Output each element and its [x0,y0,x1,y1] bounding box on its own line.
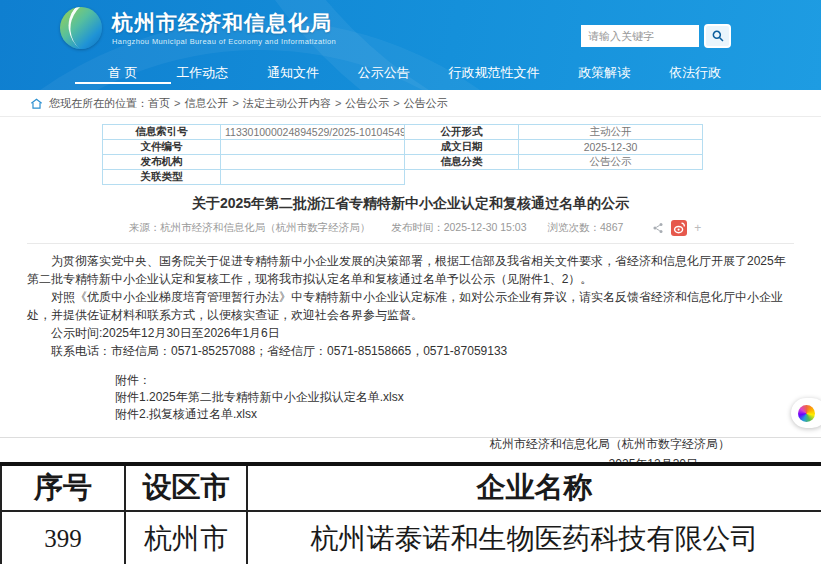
info-row: 文件编号 成文日期 2025-12-30 [103,140,703,155]
info-value [221,155,405,170]
breadcrumb-separator: > [232,97,238,109]
article-body: 为贯彻落实党中央、国务院关于促进专精特新中小企业发展的决策部署，根据工信部及我省… [27,252,794,360]
site-brand[interactable]: 杭州市经济和信息化局 Hangzhou Municipal Bureau of … [60,7,336,49]
column-header-company: 企业名称 [247,464,821,511]
nav-item-announcements[interactable]: 公示公告 [358,55,410,90]
breadcrumb-separator: > [335,97,341,109]
search-box [581,24,731,48]
attachments-heading: 附件： [115,372,794,389]
floating-assistant-button[interactable] [791,398,821,428]
brand-text: 杭州市经济和信息化局 Hangzhou Municipal Bureau of … [112,11,336,46]
breadcrumb-separator: > [174,97,180,109]
breadcrumb-separator: > [393,97,399,109]
page: 杭州市经济和信息化局 Hangzhou Municipal Bureau of … [0,0,821,564]
site-header: 杭州市经济和信息化局 Hangzhou Municipal Bureau of … [0,0,821,90]
info-row: 信息索引号 113301000024894529/2025-1010454942… [103,125,703,140]
column-header-city: 设区市 [125,464,247,511]
article-paragraph-contact: 联系电话：市经信局：0571-85257088；省经信厅：0571-851586… [27,342,794,360]
info-empty-cell [405,170,703,185]
share-icon[interactable] [652,222,664,234]
nav-item-work-news[interactable]: 工作动态 [176,55,228,90]
weibo-share-icon[interactable] [671,220,687,236]
article-meta: 来源：杭州市经济和信息化局（杭州市数字经济局） 发布时间：2025-12-30 … [27,220,794,236]
page-title: 关于2025年第二批浙江省专精特新中小企业认定和复核通过名单的公示 [27,195,794,213]
main-nav: 首 页 工作动态 通知文件 公示公告 行政规范性文件 政策解读 依法行政 [0,55,821,90]
nav-item-home[interactable]: 首 页 [108,55,138,90]
info-row: 发布机构 信息分类 公告公示 [103,155,703,170]
article-publish-time: 发布时间：2025-12-30 15:03 [391,221,526,233]
search-icon [711,29,725,43]
breadcrumb-notices-current[interactable]: 公告公示 [404,96,448,111]
cell-company: 杭州诺泰诺和生物医药科技有限公司 [247,511,821,564]
nav-item-policy-interpretation[interactable]: 政策解读 [578,55,630,90]
breadcrumb-home[interactable]: 首页 [148,96,170,111]
issuing-authority: 杭州市经济和信息化局（杭州市数字经济局） [27,436,794,453]
search-input[interactable] [581,25,699,47]
article-paragraph: 对照《优质中小企业梯度培育管理暂行办法》中专精特新中小企业认定标准，如对公示企业… [27,288,794,324]
nav-item-notices[interactable]: 通知文件 [267,55,319,90]
site-subtitle: Hangzhou Municipal Bureau of Economy and… [112,37,336,46]
nav-item-law-admin[interactable]: 依法行政 [669,55,721,90]
site-logo-icon [60,7,102,49]
column-header-no: 序号 [1,464,125,511]
breadcrumb-notices[interactable]: 公告公示 [345,96,389,111]
meta-divider [27,243,794,244]
info-label: 公开形式 [405,125,519,140]
table-row: 399 杭州市 杭州诺泰诺和生物医药科技有限公司 [1,511,821,564]
info-value: 公告公示 [519,155,703,170]
header-top: 杭州市经济和信息化局 Hangzhou Municipal Bureau of … [0,0,821,55]
article-paragraph: 为贯彻落实党中央、国务院关于促进专精特新中小企业发展的决策部署，根据工信部及我省… [27,252,794,288]
info-value: 主动公开 [519,125,703,140]
document-area: 信息索引号 113301000024894529/2025-1010454942… [0,117,821,438]
document-info-table: 信息索引号 113301000024894529/2025-1010454942… [102,124,703,185]
breadcrumb-info-disclosure[interactable]: 信息公开 [184,96,228,111]
breadcrumb: 您现在所在的位置： 首页 > 信息公开 > 法定主动公开内容 > 公告公示 > … [0,90,821,117]
article-view-count: 浏览次数：4867 [547,221,623,233]
attachment-link-1[interactable]: 附件1.2025年第二批专精特新中小企业拟认定名单.xlsx [115,389,794,406]
info-label: 关联类型 [103,170,221,185]
search-button[interactable] [704,24,731,48]
attachments-section: 附件： 附件1.2025年第二批专精特新中小企业拟认定名单.xlsx 附件2.拟… [115,372,794,423]
breadcrumb-statutory-content[interactable]: 法定主动公开内容 [243,96,331,111]
info-value [221,140,405,155]
attachment-table-preview: 序号 设区市 企业名称 399 杭州市 杭州诺泰诺和生物医药科技有限公司 [0,462,821,564]
home-icon [30,97,43,110]
more-share-icon[interactable]: + [694,221,701,235]
attachment-link-2[interactable]: 附件2.拟复核通过名单.xlsx [115,406,794,423]
site-title: 杭州市经济和信息化局 [112,11,336,35]
cell-city: 杭州市 [125,511,247,564]
info-value: 2025-12-30 [519,140,703,155]
info-label: 文件编号 [103,140,221,155]
info-label: 成文日期 [405,140,519,155]
article-source: 来源：杭州市经济和信息化局（杭州市数字经济局） [129,221,371,233]
assistant-icon [798,405,815,422]
article-paragraph-public-period: 公示时间:2025年12月30日至2026年1月6日 [27,324,794,342]
cell-no: 399 [1,511,125,564]
info-value [221,170,405,185]
breadcrumb-prefix: 您现在所在的位置： [49,96,148,111]
company-list-table: 序号 设区市 企业名称 399 杭州市 杭州诺泰诺和生物医药科技有限公司 [0,462,821,564]
info-label: 信息索引号 [103,125,221,140]
share-group: + [645,220,701,236]
info-row: 关联类型 [103,170,703,185]
info-value: 113301000024894529/2025-1010454942 [221,125,405,140]
table-header-row: 序号 设区市 企业名称 [1,464,821,511]
nav-item-regulatory-docs[interactable]: 行政规范性文件 [449,55,540,90]
info-label: 信息分类 [405,155,519,170]
info-label: 发布机构 [103,155,221,170]
